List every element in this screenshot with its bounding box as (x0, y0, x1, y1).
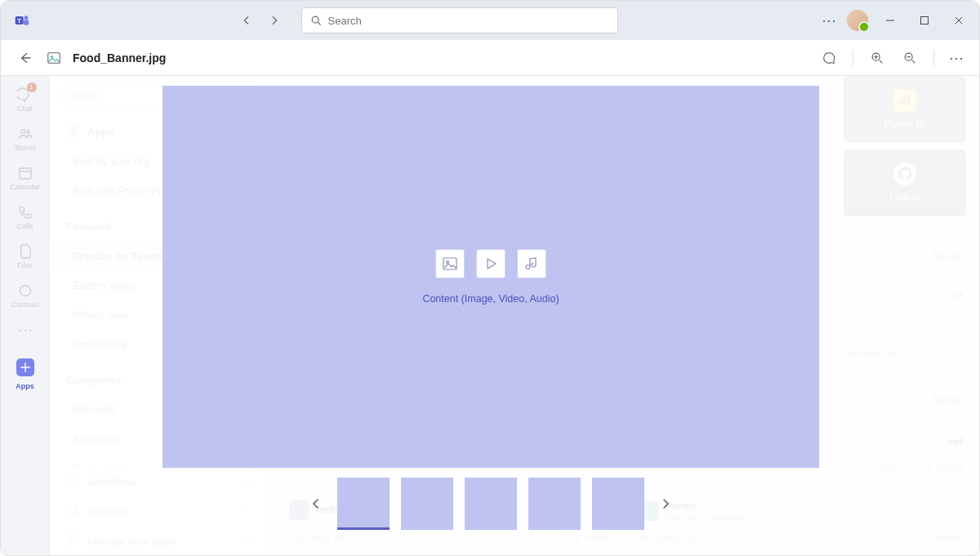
thumbnail-3[interactable] (465, 478, 517, 530)
svg-rect-34 (443, 258, 457, 269)
rail-more-button[interactable]: ⋯ (18, 321, 33, 339)
settings-more-button[interactable]: ⋯ (822, 11, 837, 29)
zoom-out-button[interactable] (901, 49, 919, 67)
chat-badge: 1 (27, 82, 37, 92)
svg-line-15 (912, 60, 915, 63)
back-button[interactable] (16, 51, 35, 65)
rail-label: Files (17, 261, 33, 269)
svg-point-4 (312, 16, 318, 23)
rail-item-teams[interactable]: Teams (4, 120, 47, 158)
svg-line-5 (318, 23, 320, 25)
thumbnail-2[interactable] (401, 478, 453, 530)
thumbnails-next-button[interactable] (656, 494, 675, 514)
rail-item-apps[interactable] (16, 358, 34, 376)
window-minimize-button[interactable] (878, 8, 902, 33)
search-icon (310, 15, 322, 26)
thumbnail-1[interactable] (337, 478, 390, 530)
rail-label: Calendar (10, 183, 40, 191)
chat-button[interactable] (820, 49, 838, 67)
global-search-input[interactable] (328, 15, 609, 27)
rail-label: Teams (14, 144, 36, 152)
rail-label: Apps (16, 382, 34, 390)
window-maximize-button[interactable] (912, 8, 937, 33)
media-viewer-stage: Content (Image, Video, Audio) (163, 86, 819, 468)
nav-forward-button[interactable] (262, 8, 287, 33)
rail-label: Contoso (11, 300, 39, 309)
svg-point-18 (26, 131, 29, 134)
current-user-avatar[interactable] (847, 10, 868, 31)
file-name: Food_Banner.jpg (73, 51, 166, 64)
svg-point-35 (447, 261, 449, 264)
svg-point-21 (20, 286, 30, 296)
thumbnail-strip (163, 478, 819, 530)
window-close-button[interactable] (947, 8, 971, 33)
thumbnail-5[interactable] (592, 478, 644, 530)
global-search-box[interactable] (301, 7, 618, 33)
svg-point-9 (51, 55, 53, 57)
rail-item-files[interactable]: Files (4, 238, 47, 275)
image-file-icon (47, 51, 61, 65)
rail-item-contoso[interactable]: Contoso (4, 277, 47, 314)
thumbnails-prev-button[interactable] (306, 494, 326, 514)
rail-label: Calls (16, 222, 33, 230)
svg-rect-8 (48, 52, 60, 63)
video-placeholder-icon (476, 249, 506, 278)
svg-rect-7 (921, 17, 929, 24)
file-viewer-header: Food_Banner.jpg ⋯ (1, 40, 979, 76)
file-more-button[interactable]: ⋯ (949, 49, 964, 67)
rail-item-calendar[interactable]: Calendar (4, 159, 47, 197)
nav-back-button[interactable] (234, 8, 259, 33)
rail-item-chat[interactable]: 1 Chat (4, 81, 47, 118)
image-placeholder-icon (435, 249, 465, 278)
svg-line-11 (880, 60, 883, 63)
svg-point-2 (24, 16, 29, 20)
app-rail: 1 Chat Teams Calendar Calls Files (1, 76, 50, 555)
svg-rect-19 (20, 168, 31, 179)
svg-point-17 (20, 130, 24, 134)
rail-apps-label: Apps (4, 378, 47, 394)
thumbnail-4[interactable] (528, 478, 581, 530)
viewer-caption: Content (Image, Video, Audio) (422, 293, 559, 305)
audio-placeholder-icon (517, 249, 546, 278)
zoom-in-button[interactable] (868, 49, 886, 67)
rail-item-calls[interactable]: Calls (4, 198, 47, 236)
teams-logo-icon: T (14, 12, 30, 29)
titlebar: T ⋯ (1, 1, 979, 40)
rail-label: Chat (17, 105, 33, 113)
svg-text:T: T (17, 17, 21, 24)
svg-rect-3 (24, 20, 29, 25)
